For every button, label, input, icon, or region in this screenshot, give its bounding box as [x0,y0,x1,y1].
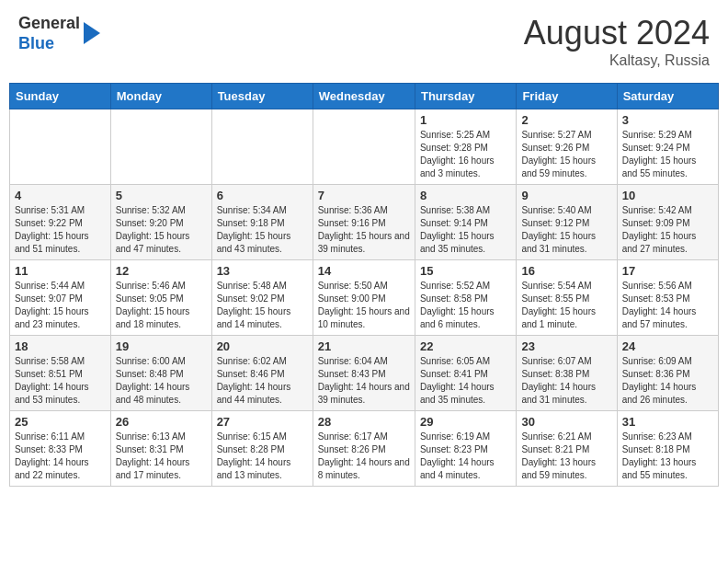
calendar-cell-day-31: 31Sunrise: 6:23 AMSunset: 8:18 PMDayligh… [617,411,718,487]
calendar-cell-day-12: 12Sunrise: 5:46 AMSunset: 9:05 PMDayligh… [110,260,211,336]
day-info: Sunrise: 5:38 AMSunset: 9:14 PMDaylight:… [420,204,511,256]
location: Kaltasy, Russia [524,52,710,69]
day-number: 15 [420,264,511,278]
calendar-cell-day-2: 2Sunrise: 5:27 AMSunset: 9:26 PMDaylight… [517,109,617,185]
logo-arrow-icon [84,22,100,44]
calendar-cell-day-16: 16Sunrise: 5:54 AMSunset: 8:55 PMDayligh… [517,260,617,336]
calendar-week-3: 11Sunrise: 5:44 AMSunset: 9:07 PMDayligh… [10,260,719,336]
calendar-cell-empty [110,109,211,185]
col-header-wednesday: Wednesday [313,84,415,109]
day-number: 24 [622,339,713,353]
day-number: 14 [318,264,410,278]
day-number: 13 [217,264,308,278]
day-number: 23 [521,339,611,353]
day-info: Sunrise: 5:34 AMSunset: 9:18 PMDaylight:… [217,204,308,256]
col-header-friday: Friday [517,84,617,109]
day-number: 26 [116,415,207,429]
day-number: 20 [217,339,308,353]
logo: GeneralBlue [18,14,100,53]
calendar-cell-day-19: 19Sunrise: 6:00 AMSunset: 8:48 PMDayligh… [110,336,211,411]
col-header-sunday: Sunday [10,84,111,109]
day-info: Sunrise: 6:04 AMSunset: 8:43 PMDaylight:… [318,355,410,407]
calendar-cell-day-14: 14Sunrise: 5:50 AMSunset: 9:00 PMDayligh… [313,260,415,336]
calendar-cell-day-20: 20Sunrise: 6:02 AMSunset: 8:46 PMDayligh… [211,336,313,411]
day-number: 22 [420,339,511,353]
calendar-cell-day-29: 29Sunrise: 6:19 AMSunset: 8:23 PMDayligh… [415,411,516,487]
calendar-cell-empty [10,109,111,185]
day-info: Sunrise: 5:40 AMSunset: 9:12 PMDaylight:… [521,204,611,256]
day-number: 28 [318,415,410,429]
day-number: 30 [521,415,611,429]
day-number: 2 [521,113,611,127]
day-number: 1 [420,113,511,127]
day-number: 18 [15,339,106,353]
calendar-cell-day-21: 21Sunrise: 6:04 AMSunset: 8:43 PMDayligh… [313,336,415,411]
calendar-cell-day-30: 30Sunrise: 6:21 AMSunset: 8:21 PMDayligh… [517,411,617,487]
day-info: Sunrise: 6:00 AMSunset: 8:48 PMDaylight:… [116,355,207,407]
day-number: 11 [15,264,106,278]
day-number: 9 [521,189,611,202]
day-info: Sunrise: 5:36 AMSunset: 9:16 PMDaylight:… [318,204,410,256]
day-info: Sunrise: 5:50 AMSunset: 9:00 PMDaylight:… [318,280,410,331]
title-block: August 2024 Kaltasy, Russia [524,14,710,69]
calendar-cell-day-13: 13Sunrise: 5:48 AMSunset: 9:02 PMDayligh… [211,260,313,336]
day-info: Sunrise: 6:05 AMSunset: 8:41 PMDaylight:… [420,355,511,407]
calendar-header-row: SundayMondayTuesdayWednesdayThursdayFrid… [10,84,719,109]
logo-text: GeneralBlue [18,14,80,53]
day-info: Sunrise: 6:19 AMSunset: 8:23 PMDaylight:… [420,431,511,482]
day-number: 4 [15,189,106,202]
day-info: Sunrise: 5:32 AMSunset: 9:20 PMDaylight:… [116,204,207,256]
calendar-cell-day-10: 10Sunrise: 5:42 AMSunset: 9:09 PMDayligh… [617,185,718,260]
day-number: 29 [420,415,511,429]
day-info: Sunrise: 6:02 AMSunset: 8:46 PMDaylight:… [217,355,308,407]
day-number: 8 [420,189,511,202]
calendar-cell-day-23: 23Sunrise: 6:07 AMSunset: 8:38 PMDayligh… [517,336,617,411]
day-number: 3 [622,113,713,127]
day-info: Sunrise: 6:15 AMSunset: 8:28 PMDaylight:… [217,431,308,482]
day-number: 25 [15,415,106,429]
calendar-cell-day-9: 9Sunrise: 5:40 AMSunset: 9:12 PMDaylight… [517,185,617,260]
calendar-cell-day-7: 7Sunrise: 5:36 AMSunset: 9:16 PMDaylight… [313,185,415,260]
day-number: 16 [521,264,611,278]
day-info: Sunrise: 6:07 AMSunset: 8:38 PMDaylight:… [521,355,611,407]
day-number: 27 [217,415,308,429]
calendar-cell-day-11: 11Sunrise: 5:44 AMSunset: 9:07 PMDayligh… [10,260,111,336]
day-info: Sunrise: 6:11 AMSunset: 8:33 PMDaylight:… [15,431,106,482]
day-info: Sunrise: 6:13 AMSunset: 8:31 PMDaylight:… [116,431,207,482]
day-info: Sunrise: 5:58 AMSunset: 8:51 PMDaylight:… [15,355,106,407]
day-number: 19 [116,339,207,353]
day-info: Sunrise: 5:48 AMSunset: 9:02 PMDaylight:… [217,280,308,331]
page-header: GeneralBlue August 2024 Kaltasy, Russia [9,9,719,74]
day-info: Sunrise: 5:29 AMSunset: 9:24 PMDaylight:… [622,129,713,180]
col-header-thursday: Thursday [415,84,516,109]
calendar-cell-day-27: 27Sunrise: 6:15 AMSunset: 8:28 PMDayligh… [211,411,313,487]
calendar-cell-day-5: 5Sunrise: 5:32 AMSunset: 9:20 PMDaylight… [110,185,211,260]
calendar-cell-day-25: 25Sunrise: 6:11 AMSunset: 8:33 PMDayligh… [10,411,111,487]
day-number: 31 [622,415,713,429]
day-info: Sunrise: 5:54 AMSunset: 8:55 PMDaylight:… [521,280,611,331]
day-number: 5 [116,189,207,202]
calendar-table: SundayMondayTuesdayWednesdayThursdayFrid… [9,83,719,487]
day-info: Sunrise: 5:42 AMSunset: 9:09 PMDaylight:… [622,204,713,256]
day-info: Sunrise: 5:44 AMSunset: 9:07 PMDaylight:… [15,280,106,331]
day-number: 10 [622,189,713,202]
calendar-cell-day-24: 24Sunrise: 6:09 AMSunset: 8:36 PMDayligh… [617,336,718,411]
calendar-cell-day-22: 22Sunrise: 6:05 AMSunset: 8:41 PMDayligh… [415,336,516,411]
day-info: Sunrise: 5:56 AMSunset: 8:53 PMDaylight:… [622,280,713,331]
calendar-cell-day-15: 15Sunrise: 5:52 AMSunset: 8:58 PMDayligh… [415,260,516,336]
day-number: 21 [318,339,410,353]
calendar-cell-day-6: 6Sunrise: 5:34 AMSunset: 9:18 PMDaylight… [211,185,313,260]
calendar-cell-empty [211,109,313,185]
calendar-week-5: 25Sunrise: 6:11 AMSunset: 8:33 PMDayligh… [10,411,719,487]
day-info: Sunrise: 5:31 AMSunset: 9:22 PMDaylight:… [15,204,106,256]
col-header-tuesday: Tuesday [211,84,313,109]
col-header-saturday: Saturday [617,84,718,109]
month-year: August 2024 [524,14,710,52]
col-header-monday: Monday [110,84,211,109]
day-info: Sunrise: 6:21 AMSunset: 8:21 PMDaylight:… [521,431,611,482]
day-info: Sunrise: 6:17 AMSunset: 8:26 PMDaylight:… [318,431,410,482]
day-number: 7 [318,189,410,202]
day-number: 12 [116,264,207,278]
calendar-cell-empty [313,109,415,185]
day-info: Sunrise: 5:27 AMSunset: 9:26 PMDaylight:… [521,129,611,180]
